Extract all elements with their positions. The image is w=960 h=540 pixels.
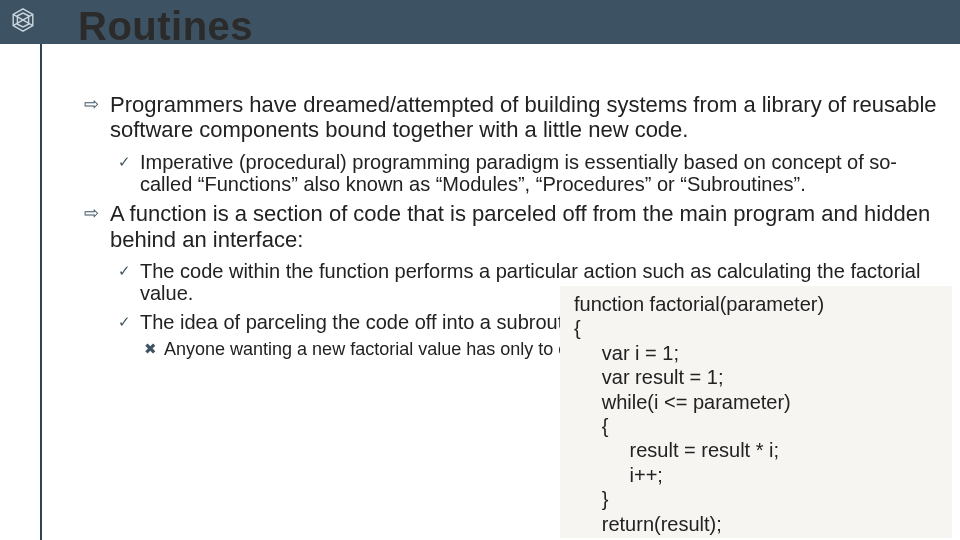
arrow-icon: ⇨ bbox=[84, 203, 99, 224]
slide-title: Routines bbox=[78, 4, 253, 49]
check-icon: ✓ bbox=[118, 314, 131, 331]
bullet-l1: ⇨ A function is a section of code that i… bbox=[84, 201, 948, 252]
bullet-l2: ✓ Imperative (procedural) programming pa… bbox=[118, 151, 948, 196]
bullet-text: A function is a section of code that is … bbox=[110, 201, 930, 251]
left-rule bbox=[40, 44, 42, 540]
logo-icon bbox=[8, 5, 38, 35]
bullet-text: Imperative (procedural) programming para… bbox=[140, 151, 897, 195]
code-snippet: function factorial(parameter) { var i = … bbox=[560, 286, 952, 538]
arrow-icon: ⇨ bbox=[84, 94, 99, 115]
bullet-l1: ⇨ Programmers have dreamed/attempted of … bbox=[84, 92, 948, 143]
check-icon: ✓ bbox=[118, 263, 131, 280]
cross-icon: ✖ bbox=[144, 341, 157, 358]
slide: Routines ⇨ Programmers have dreamed/atte… bbox=[0, 0, 960, 540]
bullet-text: Programmers have dreamed/attempted of bu… bbox=[110, 92, 937, 142]
check-icon: ✓ bbox=[118, 154, 131, 171]
